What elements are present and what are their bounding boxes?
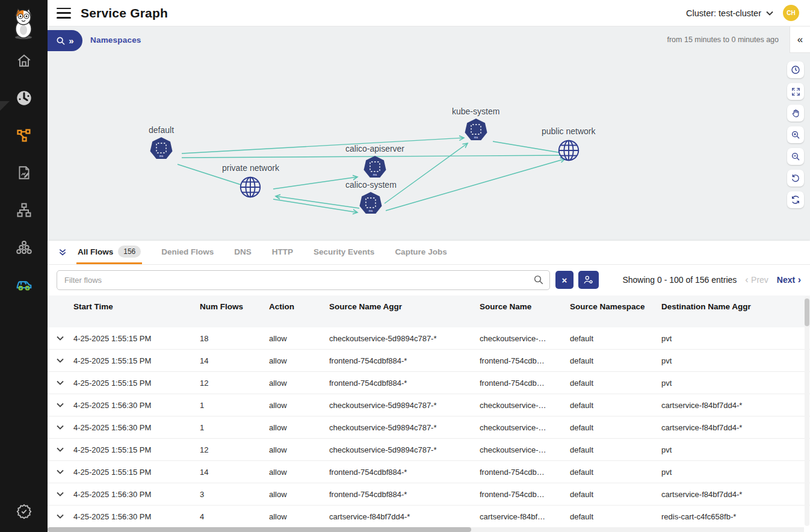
flows-table: Start TimeNum FlowsActionSource Name Agg… [48,295,810,527]
column-header[interactable]: Num Flows [200,302,269,312]
row-expand-chevron[interactable] [57,492,73,496]
tab-denied-flows[interactable]: Denied Flows [160,241,215,264]
tab-label: HTTP [272,247,293,256]
cell-source-name-aggr: frontend-754cdbf884-* [329,468,480,477]
page-title: Service Graph [81,6,168,20]
cluster-switcher[interactable]: Cluster: test-cluster [686,8,773,18]
cat-logo[interactable] [10,6,37,40]
hamburger-menu-button[interactable] [57,8,71,19]
zoom-in-button[interactable] [787,126,804,143]
vertical-scrollbar[interactable] [805,296,809,526]
horizontal-scrollbar-thumb[interactable] [48,527,471,532]
column-header[interactable]: Source Name Aggr [329,302,480,312]
undo-icon [791,173,800,183]
cell-start-time: 4-25-2025 1:56:30 PM [73,423,200,432]
sidebar-item-cluster[interactable] [12,237,36,258]
cell-num-flows: 3 [200,490,269,499]
cell-dest-name-aggr: pvt [661,379,810,388]
row-expand-chevron[interactable] [57,403,73,407]
cell-start-time: 4-25-2025 1:55:15 PM [73,468,200,477]
service-graph-canvas[interactable]: default ns private network calico-apiser… [48,53,810,241]
tab-capture-jobs[interactable]: Capture Jobs [394,241,448,264]
cell-action: allow [269,445,329,454]
panel-collapse-button[interactable] [55,245,70,261]
table-row: 4-25-2025 1:56:30 PM1allowcheckoutservic… [48,394,810,416]
graph-search-button[interactable]: » [48,30,82,51]
row-expand-chevron[interactable] [57,425,73,430]
zoom-out-button[interactable] [787,148,804,165]
tab-badge: 156 [118,246,141,258]
table-row: 4-25-2025 1:56:30 PM1allowcheckoutservic… [48,416,810,439]
horizontal-scrollbar[interactable] [48,527,804,532]
time-settings-button[interactable] [787,61,804,78]
cell-action: allow [269,468,329,477]
graph-node-private-network[interactable]: private network [222,163,279,200]
cell-source-namespace: default [570,334,661,343]
chevron-down-icon [766,11,773,16]
user-settings-icon [583,275,594,285]
cell-num-flows: 18 [200,334,269,343]
table-row: 4-25-2025 1:55:15 PM12allowfrontend-754c… [48,372,810,394]
clear-filter-button[interactable]: × [555,271,573,289]
search-icon [56,36,66,46]
avatar[interactable]: CH [783,5,799,21]
cluster-label: Cluster: test-cluster [686,8,761,18]
tab-dns[interactable]: DNS [233,241,253,264]
row-expand-chevron[interactable] [57,447,73,452]
refresh-button[interactable] [787,191,804,208]
filter-flows-input[interactable] [57,270,550,290]
next-page-button[interactable]: Next › [777,274,801,285]
double-chevron-down-icon [58,248,67,258]
row-expand-chevron[interactable] [57,469,73,474]
namespace-node-icon: ns [359,191,383,215]
vertical-scrollbar-thumb[interactable] [805,298,809,326]
sidebar-item-home[interactable] [12,51,36,71]
sidebar-item-network-hierarchy[interactable] [12,200,36,220]
chevron-left-icon: ‹ [745,274,751,285]
column-header[interactable]: Destination Name Aggr [661,302,810,312]
cell-source-name: frontend-754cdb… [480,379,570,388]
namespace-node-icon: ns [464,118,488,142]
cell-dest-name-aggr: pvt [661,468,810,477]
sidebar-item-reports[interactable] [12,162,36,183]
graph-node-calico-apiserver[interactable]: calico-apiserver ns [345,144,404,179]
cell-start-time: 4-25-2025 1:56:30 PM [73,490,200,499]
tab-http[interactable]: HTTP [271,241,294,264]
column-header[interactable]: Start Time [73,302,200,312]
graph-node-kube-system[interactable]: kube-system ns [452,107,499,142]
graph-node-default[interactable]: default ns [149,125,174,161]
row-expand-chevron[interactable] [57,380,73,385]
table-row: 4-25-2025 1:55:15 PM12allowcheckoutservi… [48,439,810,461]
customize-columns-button[interactable] [578,271,599,289]
row-expand-chevron[interactable] [57,336,73,341]
right-panel-collapse-button[interactable]: « [790,26,810,53]
prev-page-button[interactable]: ‹ Prev [745,274,768,285]
sidebar-item-verified[interactable] [0,503,48,520]
cell-source-name-aggr: checkoutservice-5d9894c787-* [329,423,480,432]
fit-screen-button[interactable] [787,83,804,100]
cell-source-name-aggr: checkoutservice-5d9894c787-* [329,401,480,410]
graph-node-public-network[interactable]: public network [542,126,596,163]
column-header[interactable]: Action [269,302,329,312]
row-expand-chevron[interactable] [57,358,73,363]
svg-text:ns: ns [373,173,377,176]
cell-source-name-aggr: frontend-754cdbf884-* [329,379,480,388]
sidebar-item-kind-car[interactable] [12,274,36,295]
cell-source-name: checkoutservice-… [480,445,570,454]
column-header[interactable]: Source Name [480,302,570,312]
sidebar-item-service-graph[interactable] [12,125,36,146]
filter-row: × Showing 0 - 100 of 156 entries ‹ Prev … [48,265,810,295]
sidebar-item-dashboard[interactable] [12,88,36,108]
cell-dest-name-aggr: pvt [661,445,810,454]
cell-action: allow [269,379,329,388]
row-expand-chevron[interactable] [57,514,73,519]
cell-num-flows: 14 [200,468,269,477]
tab-all-flows[interactable]: All Flows 156 [76,241,142,264]
undo-button[interactable] [787,170,804,187]
tab-security-events[interactable]: Security Events [312,241,376,264]
pan-hand-button[interactable] [787,105,804,122]
column-header[interactable]: Source Namespace [570,302,661,312]
breadcrumb[interactable]: Namespaces [90,36,141,45]
graph-node-calico-system[interactable]: calico-system ns [345,180,397,215]
cell-start-time: 4-25-2025 1:56:30 PM [73,512,200,521]
